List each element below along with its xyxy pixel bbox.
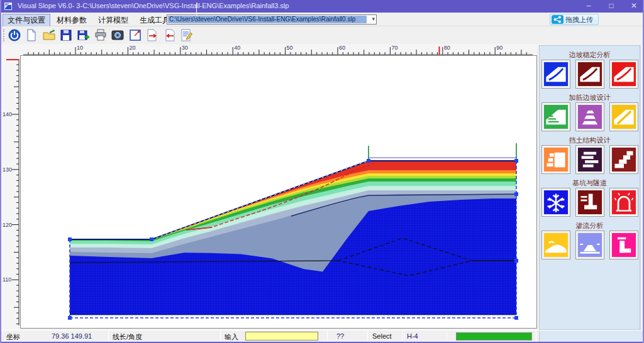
excavation-wall-icon: [578, 190, 602, 214]
report-edit-icon: [180, 28, 194, 42]
ground-freezing-button[interactable]: [541, 188, 570, 217]
selection-handle[interactable]: [367, 159, 370, 163]
selection-handle[interactable]: [68, 316, 72, 320]
selection-handle[interactable]: [150, 237, 153, 241]
coord-value: 79.36 149.91: [52, 332, 92, 340]
reinforced-slope-2-button[interactable]: [609, 102, 638, 131]
model-canvas[interactable]: [20, 55, 537, 329]
seepage-embankment-button[interactable]: [575, 231, 604, 259]
toolbar-grip: [3, 29, 5, 41]
selection-handle[interactable]: [514, 259, 518, 263]
title-bar: Visual Slope V6.0- 3-C:\Users\steven\One…: [1, 0, 644, 13]
panel-scrollbar[interactable]: [640, 45, 644, 330]
svg-text:70: 70: [391, 45, 397, 51]
svg-text:50: 50: [287, 45, 293, 51]
toolbar: [1, 26, 644, 44]
page-setup-icon: [128, 28, 142, 42]
save-button[interactable]: [58, 28, 74, 43]
length-angle-label: 线长/角度: [113, 332, 142, 342]
file-path-combobox[interactable]: C:\Users\steven\OneDrive\VS6-Install-ENG…: [167, 14, 377, 24]
slope-stability-3-icon: [612, 62, 636, 86]
open-folder-icon: [42, 28, 56, 42]
report-edit-button[interactable]: [179, 28, 194, 43]
capture-settings-button[interactable]: [110, 28, 125, 43]
svg-text:60: 60: [339, 45, 345, 51]
excavation-wall-button[interactable]: [575, 188, 604, 217]
analysis-tool-panel: 边坡稳定分析加筋边坡设计挡土结构设计基坑与隧道渗流分析: [539, 45, 640, 330]
svg-text:140: 140: [3, 111, 12, 117]
seepage-slope-button[interactable]: [541, 231, 570, 259]
save-as-icon: [77, 28, 91, 42]
menu-item-2[interactable]: 材料参数: [52, 14, 92, 27]
chevron-down-icon[interactable]: ▾: [372, 16, 375, 22]
minimize-button[interactable]: –: [577, 0, 600, 13]
app-window: Visual Slope V6.0- 3-C:\Users\steven\One…: [0, 0, 644, 343]
undo-button[interactable]: [162, 28, 177, 43]
svg-text:110: 110: [3, 276, 11, 283]
seepage-slope-icon: [544, 233, 568, 257]
save-as-button[interactable]: [76, 28, 91, 43]
new-file-icon: [25, 28, 38, 42]
power-button[interactable]: [7, 28, 22, 43]
section-title-3: 挡土结构设计: [540, 136, 640, 145]
selection-handle[interactable]: [68, 237, 72, 241]
print-button[interactable]: [93, 28, 108, 43]
section-title-1: 边坡稳定分析: [540, 50, 640, 60]
reinforced-wall-button[interactable]: [575, 102, 604, 131]
retaining-wall-button[interactable]: [541, 145, 570, 174]
seepage-structure-icon: [612, 233, 636, 257]
tunnel-button[interactable]: [609, 188, 638, 217]
svg-text:20: 20: [129, 45, 135, 51]
coord-label: 坐标: [6, 332, 20, 342]
maximize-button[interactable]: □: [600, 0, 623, 13]
reinforced-slope-button[interactable]: [541, 102, 570, 131]
section-title-5: 渗流分析: [540, 221, 640, 231]
ground-freezing-icon: [544, 190, 568, 214]
selection-handle[interactable]: [514, 159, 518, 163]
reinforced-wall-icon: [578, 105, 602, 129]
app-icon: [4, 2, 13, 11]
file-path-value: C:\Users\steven\OneDrive\VS6-Install-ENG…: [168, 16, 367, 23]
slope-stability-2-button[interactable]: [575, 60, 604, 89]
redo-button[interactable]: [145, 28, 160, 43]
selection-handle[interactable]: [514, 316, 518, 320]
soil-nail-wall-icon: [578, 148, 602, 172]
svg-text:80: 80: [444, 45, 450, 51]
drag-upload-button[interactable]: 拖拽上传: [550, 14, 599, 25]
input-label: 输入: [225, 332, 238, 342]
count-value: ??: [336, 332, 344, 340]
soil-nail-wall-button[interactable]: [575, 145, 604, 174]
reinforced-slope-2-icon: [612, 105, 636, 129]
section-title-2: 加筋边坡设计: [540, 93, 640, 102]
selection-handle[interactable]: [514, 192, 518, 196]
status-right-pane: [539, 330, 644, 342]
tunnel-icon: [612, 190, 636, 214]
menu-item-1[interactable]: 文件与设置: [3, 14, 50, 27]
svg-text:130: 130: [3, 166, 12, 173]
svg-text:30: 30: [182, 45, 188, 51]
window-title: Visual Slope V6.0- 3-C:\Users\steven\One…: [18, 2, 289, 9]
reinforced-slope-icon: [544, 105, 568, 129]
print-icon: [94, 28, 108, 42]
page-setup-button[interactable]: [128, 28, 143, 43]
save-icon: [59, 28, 73, 42]
gabion-wall-button[interactable]: [609, 145, 638, 174]
menu-item-3[interactable]: 计算模型: [93, 14, 133, 27]
input-field[interactable]: [245, 332, 318, 340]
progress-bar: [456, 332, 532, 340]
slope-stability-2-icon: [578, 62, 602, 86]
slope-stability-3-button[interactable]: [609, 60, 638, 89]
grid-ref-value: H-4: [407, 332, 418, 340]
section-title-4: 基坑与隧道: [540, 178, 640, 188]
retaining-wall-icon: [544, 148, 568, 172]
svg-text:120: 120: [3, 222, 12, 228]
menu-bar: 文件与设置材料参数计算模型生成工具帮助 C:\Users\steven\OneD…: [1, 13, 644, 26]
close-button[interactable]: ✕: [623, 0, 644, 13]
open-folder-button[interactable]: [42, 28, 57, 43]
new-file-button[interactable]: [24, 28, 39, 43]
status-bar: 坐标 79.36 149.91 线长/角度 输入 ?? Select H-4: [1, 330, 644, 342]
capture-settings-icon: [111, 28, 125, 42]
slope-stability-1-button[interactable]: [541, 60, 570, 89]
seepage-structure-button[interactable]: [609, 231, 638, 259]
seepage-embankment-icon: [578, 233, 602, 257]
